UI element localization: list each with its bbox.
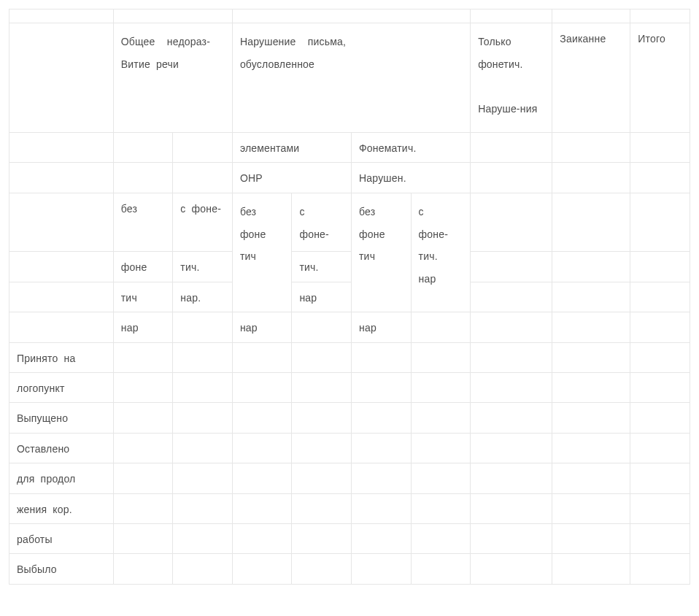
cell-empty — [471, 523, 552, 553]
cell-empty — [352, 463, 412, 493]
cell-empty — [173, 342, 233, 372]
cell-empty — [552, 493, 630, 523]
cell-empty — [232, 372, 292, 402]
cell-empty — [552, 463, 630, 493]
cell-empty — [232, 9, 470, 23]
table-row: Выпущено — [9, 403, 690, 433]
cell-empty — [411, 554, 471, 584]
cell-empty — [411, 523, 471, 553]
row-label-released: Выпущено — [9, 403, 114, 433]
cell-empty — [630, 133, 690, 163]
cell-empty — [411, 493, 471, 523]
cell-empty — [552, 133, 630, 163]
table-row: Принято на — [9, 342, 690, 372]
cell-empty — [471, 133, 552, 163]
cell-empty — [113, 554, 173, 584]
cell-empty — [552, 403, 630, 433]
cell-empty — [471, 433, 552, 463]
cell-empty — [352, 433, 412, 463]
cell-empty — [630, 372, 690, 402]
cell-empty — [630, 554, 690, 584]
cell-empty — [630, 282, 690, 312]
cell-empty — [471, 342, 552, 372]
cell-empty — [173, 433, 233, 463]
cell-tich-dot: тич. — [292, 252, 352, 282]
cell-empty — [630, 163, 690, 193]
cell-empty — [173, 372, 233, 402]
cell-empty — [352, 372, 412, 402]
table-row: ОНР Нарушен. — [9, 163, 690, 193]
cell-empty — [630, 493, 690, 523]
cell-empty — [471, 193, 552, 252]
row-label-dropped: Выбыло — [9, 554, 114, 584]
cell-empty — [630, 252, 690, 282]
cell-empty — [552, 312, 630, 342]
cell-empty — [552, 252, 630, 282]
cell-empty — [292, 463, 352, 493]
cell-empty — [113, 133, 173, 163]
header-writing-disorder: Нарушение письма,обусловленное — [232, 23, 470, 133]
cell-empty — [173, 312, 233, 342]
cell-empty — [352, 342, 412, 372]
cell-empty — [113, 433, 173, 463]
table-row: жения кор. — [9, 493, 690, 523]
cell-bez-fone-tich: безфонетич — [352, 193, 412, 312]
cell-empty — [552, 372, 630, 402]
cell-s-fone: сфоне- — [292, 193, 352, 252]
cell-empty — [113, 342, 173, 372]
cell-s-fone: с фоне- — [173, 193, 233, 252]
cell-empty — [552, 9, 630, 23]
cell-bez: без — [113, 193, 173, 252]
cell-tich: тич — [113, 282, 173, 312]
cell-empty — [630, 433, 690, 463]
cell-empty — [292, 312, 352, 342]
cell-empty — [630, 193, 690, 252]
cell-empty — [471, 493, 552, 523]
cell-empty — [352, 403, 412, 433]
row-label-accepted-1: Принято на — [9, 342, 114, 372]
cell-empty — [9, 282, 114, 312]
cell-empty — [471, 252, 552, 282]
cell-empty — [411, 342, 471, 372]
cell-nar: нар — [292, 282, 352, 312]
cell-empty — [9, 9, 114, 23]
row-label-continue-1: для продол — [9, 463, 114, 493]
cell-empty — [9, 312, 114, 342]
cell-s-fone-tich-nar: сфоне-тич.нар — [411, 193, 471, 312]
cell-empty — [113, 9, 232, 23]
cell-empty — [471, 312, 552, 342]
table-row: для продол — [9, 463, 690, 493]
cell-empty — [232, 403, 292, 433]
cell-empty — [352, 554, 412, 584]
cell-empty — [471, 554, 552, 584]
header-general-speech: Общее недораз-Витие речи — [113, 23, 232, 133]
cell-empty — [232, 342, 292, 372]
cell-empty — [292, 523, 352, 553]
cell-empty — [471, 163, 552, 193]
cell-empty — [630, 523, 690, 553]
cell-empty — [9, 252, 114, 282]
subheader-onr: ОНР — [232, 163, 351, 193]
table-row: Оставлено — [9, 433, 690, 463]
cell-empty — [630, 342, 690, 372]
cell-bez-fone-tich: безфонетич — [232, 193, 292, 312]
cell-empty — [471, 372, 552, 402]
cell-empty — [232, 433, 292, 463]
cell-empty — [173, 463, 233, 493]
cell-tich-dot: тич. — [173, 252, 233, 282]
cell-empty — [552, 193, 630, 252]
header-phonetic-only: Только фонетич.Наруше-ния — [471, 23, 552, 133]
cell-empty — [173, 163, 233, 193]
cell-empty — [173, 523, 233, 553]
cell-nar: нар — [232, 312, 292, 342]
row-label-remaining: Оставлено — [9, 433, 114, 463]
table-row: Выбыло — [9, 554, 690, 584]
cell-empty — [113, 493, 173, 523]
cell-empty — [411, 372, 471, 402]
cell-empty — [232, 463, 292, 493]
cell-empty — [471, 463, 552, 493]
cell-empty — [9, 23, 114, 133]
cell-empty — [113, 163, 173, 193]
cell-empty — [173, 133, 233, 163]
cell-empty — [552, 554, 630, 584]
